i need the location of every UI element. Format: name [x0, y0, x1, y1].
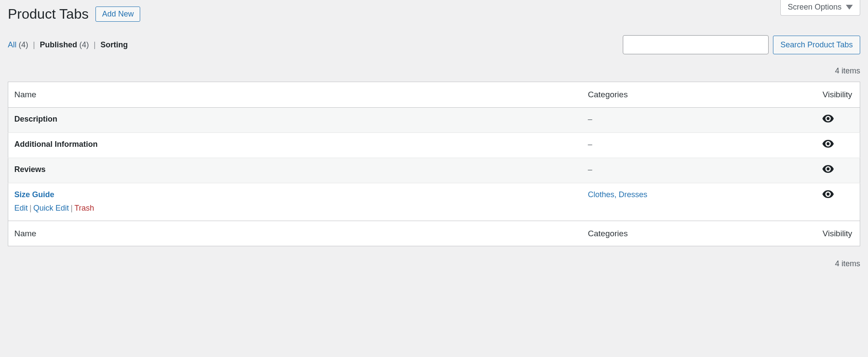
product-tabs-table: Name Categories Visibility Description–A…	[8, 82, 860, 246]
search-input[interactable]	[623, 35, 769, 54]
filter-sorting[interactable]: Sorting	[101, 40, 128, 49]
row-categories: –	[582, 107, 817, 132]
svg-point-0	[827, 117, 830, 120]
col-header-name[interactable]: Name	[8, 82, 582, 108]
items-count-top: 4 items	[8, 66, 860, 76]
col-header-categories[interactable]: Categories	[582, 82, 817, 108]
table-row: Size GuideEdit|Quick Edit|TrashClothes, …	[8, 183, 860, 221]
items-count-bottom: 4 items	[0, 259, 860, 268]
table-row: Description–	[8, 107, 860, 132]
row-title[interactable]: Size Guide	[14, 190, 54, 199]
filter-all[interactable]: All	[8, 40, 16, 49]
add-new-button[interactable]: Add New	[95, 7, 140, 22]
caret-down-icon	[846, 5, 853, 10]
row-action-trash[interactable]: Trash	[74, 204, 94, 212]
screen-options-toggle[interactable]: Screen Options	[780, 0, 860, 16]
row-categories: –	[582, 132, 817, 158]
eye-icon[interactable]	[822, 140, 834, 148]
eye-icon[interactable]	[822, 190, 834, 198]
filter-published[interactable]: Published (4)	[40, 40, 91, 49]
category-link[interactable]: Clothes, Dresses	[588, 190, 648, 199]
screen-options-label: Screen Options	[788, 3, 842, 12]
eye-icon[interactable]	[822, 115, 834, 122]
svg-point-1	[827, 142, 830, 145]
table-row: Additional Information–	[8, 132, 860, 158]
col-footer-visibility: Visibility	[816, 221, 860, 246]
status-filters: All (4) | Published (4) | Sorting	[8, 40, 128, 50]
filter-all-count: (4)	[19, 40, 28, 49]
row-title: Reviews	[14, 165, 46, 174]
row-title: Description	[14, 115, 57, 123]
row-categories: –	[582, 158, 817, 183]
row-actions: Edit|Quick Edit|Trash	[14, 204, 576, 213]
search-button[interactable]: Search Product Tabs	[773, 36, 860, 54]
row-categories: Clothes, Dresses	[582, 183, 817, 221]
col-header-visibility[interactable]: Visibility	[816, 82, 860, 108]
row-title: Additional Information	[14, 140, 98, 149]
eye-icon[interactable]	[822, 165, 834, 173]
svg-point-2	[827, 167, 830, 170]
table-row: Reviews–	[8, 158, 860, 183]
svg-point-3	[827, 192, 830, 195]
col-footer-categories: Categories	[582, 221, 817, 246]
row-action-edit[interactable]: Edit	[14, 204, 28, 212]
col-footer-name: Name	[8, 221, 582, 246]
page-title: Product Tabs	[8, 6, 89, 22]
row-action-quick-edit[interactable]: Quick Edit	[33, 204, 69, 212]
